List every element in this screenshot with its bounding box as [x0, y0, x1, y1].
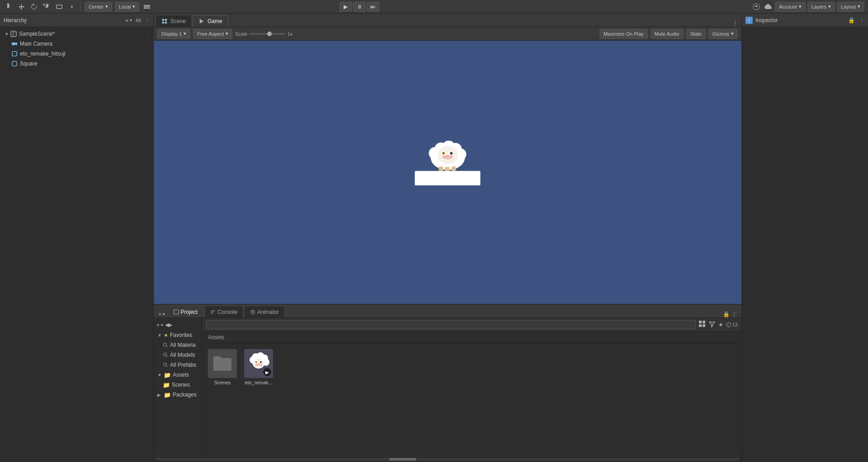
tab-more[interactable]: ⋮ [731, 20, 740, 27]
tab-animator[interactable]: Animator [244, 306, 285, 317]
svg-point-34 [164, 353, 167, 356]
project-sidebar-scenes[interactable]: 📁 Scenes [154, 380, 202, 390]
prefab-icon [11, 50, 18, 57]
svg-text:i: i [728, 323, 729, 327]
svg-point-53 [255, 361, 256, 362]
inspector-icon: i [745, 17, 753, 24]
svg-point-26 [449, 155, 453, 159]
layers-button[interactable]: Layers ▾ [807, 2, 835, 12]
project-count-badge: i 13 [726, 322, 738, 327]
expand-icon-samplescene: ▼ [4, 31, 10, 37]
inspector-content [742, 27, 868, 462]
display-button[interactable]: Display 1 ▾ [157, 29, 190, 39]
game-toolbar: Display 1 ▾ Free Aspect ▾ Scale 1x Maxim… [154, 27, 741, 41]
local-button[interactable]: Local ▾ [115, 2, 139, 12]
bottom-more-button[interactable]: ⋮ [731, 311, 737, 317]
hand-tool[interactable] [4, 2, 14, 12]
svg-point-19 [442, 152, 445, 155]
project-nav-button[interactable]: ◀▶ [165, 322, 172, 328]
project-sidebar-favorites[interactable]: ▼ ★ Favorites [154, 330, 202, 340]
bottom-content: +▾ ◀▶ ▼ ★ Favorites All Materia [154, 318, 741, 456]
cloud-icon[interactable] [763, 2, 773, 12]
project-favorite-filter-button[interactable]: ★ [718, 322, 723, 328]
hierarchy-more[interactable]: ⋮ [145, 31, 150, 37]
tab-scene[interactable]: Scene [156, 15, 192, 27]
gizmos-button[interactable]: Gizmos ▾ [708, 29, 738, 39]
move-tool[interactable] [16, 2, 26, 12]
center-button[interactable]: Center ▾ [85, 2, 112, 12]
hierarchy-add-button[interactable]: +▾ [125, 17, 132, 24]
play-button[interactable]: ▶ [340, 2, 352, 12]
asset-item-eto[interactable]: ▶ eto_remak... [242, 347, 275, 387]
tab-project[interactable]: Project [168, 306, 203, 317]
assets-folder-icon: 📁 [164, 372, 171, 378]
mute-audio-button[interactable]: Mute Audio [651, 29, 684, 39]
inspector-header: i Inspector 🔒 ⋮ [742, 14, 868, 27]
project-sidebar-all-models[interactable]: All Models [154, 350, 202, 360]
maximize-on-play-button[interactable]: Maximize On Play [599, 29, 648, 39]
layout-button[interactable]: Layout ▾ [837, 2, 864, 12]
scale-control: Scale 1x [235, 31, 292, 37]
rotate-tool[interactable] [29, 2, 39, 12]
game-view [154, 41, 741, 304]
hierarchy-item-maincamera[interactable]: Main Camera [0, 39, 153, 49]
aspect-button[interactable]: Free Aspect ▾ [193, 29, 232, 39]
asset-label-scenes: Scenes [214, 380, 231, 385]
svg-point-33 [164, 343, 167, 346]
scene-game-tabs: Scene Game ⋮ [154, 14, 741, 27]
bottom-tabs: +▾ Project Console Animator 🔒 ⋮ [154, 304, 741, 318]
tab-game[interactable]: Game [193, 15, 228, 27]
svg-point-2 [71, 6, 73, 8]
inspector-lock-button[interactable]: 🔒 [848, 17, 855, 23]
collab-icon[interactable] [751, 2, 761, 12]
account-button[interactable]: Account ▾ [775, 2, 806, 12]
favorites-expand-icon: ▼ [157, 333, 162, 338]
project-toolbar: ★ i 13 [203, 318, 741, 331]
asset-item-scenes[interactable]: Scenes [206, 347, 239, 387]
hierarchy-search-button[interactable]: All [136, 18, 141, 23]
project-filter-button[interactable] [708, 320, 716, 329]
custom-editor-icon[interactable] [142, 2, 152, 12]
rect-tool[interactable] [54, 2, 64, 12]
project-sidebar-all-prefabs[interactable]: All Prefabs [154, 360, 202, 370]
search-small-icon-2 [163, 352, 168, 358]
project-sidebar-packages[interactable]: ▶ 📁 Packages [154, 390, 202, 400]
hierarchy-item-eto[interactable]: eto_remake_hitsuji [0, 49, 153, 59]
search-small-icon-3 [163, 362, 168, 368]
main-layout: Hierarchy +▾ All ⋮ ▼ SampleScene ⋮ [0, 14, 868, 462]
transform-tool[interactable] [67, 2, 77, 12]
bottom-lock-button[interactable]: 🔒 [723, 311, 730, 317]
tab-console[interactable]: Console [204, 306, 243, 317]
project-assets-grid: Scenes [203, 344, 741, 391]
scrollbar-track[interactable] [156, 458, 740, 461]
svg-rect-28 [439, 167, 443, 171]
svg-point-21 [443, 153, 443, 154]
hierarchy-item-square[interactable]: Square [0, 59, 153, 69]
project-icon-view-button[interactable] [698, 320, 706, 329]
project-search-input[interactable] [206, 320, 696, 329]
pause-button[interactable]: ⏸ [353, 2, 366, 12]
game-toolbar-right: Maximize On Play Mute Audio Stats Gizmos… [599, 29, 738, 39]
svg-rect-3 [144, 5, 150, 6]
stats-button[interactable]: Stats [686, 29, 706, 39]
scale-slider[interactable] [249, 33, 285, 35]
step-button[interactable]: ⏭ [367, 2, 379, 12]
hierarchy-item-samplescene[interactable]: ▼ SampleScene ⋮ [0, 29, 153, 39]
project-sidebar-assets[interactable]: ▼ 📁 Assets [154, 370, 202, 380]
svg-point-20 [450, 152, 453, 155]
project-main: ★ i 13 Assets [203, 318, 741, 456]
hierarchy-header: Hierarchy +▾ All ⋮ [0, 14, 153, 27]
svg-rect-36 [699, 321, 702, 323]
inspector-more-button[interactable]: ⋮ [859, 17, 864, 23]
inspector-title: Inspector [755, 17, 778, 23]
scale-tool[interactable] [42, 2, 52, 12]
add-bottom-button[interactable]: +▾ [156, 311, 168, 317]
asset-label-eto: eto_remak... [245, 380, 272, 385]
svg-rect-4 [144, 6, 150, 7]
hierarchy-more-button[interactable]: ⋮ [145, 17, 150, 23]
project-sidebar-all-materials[interactable]: All Materia [154, 340, 202, 350]
hierarchy-item-label-maincamera: Main Camera [20, 41, 52, 47]
svg-point-40 [726, 322, 731, 327]
center-panel: Scene Game ⋮ Display 1 ▾ Free Aspect ▾ S… [154, 14, 741, 462]
project-add-button[interactable]: +▾ [156, 322, 163, 328]
